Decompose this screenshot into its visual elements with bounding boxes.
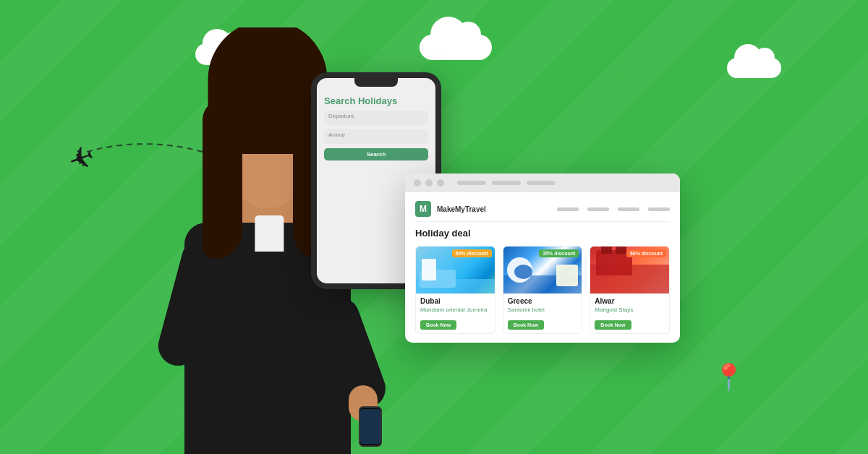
browser-header: M MakeMyTravel — [415, 201, 670, 222]
book-now-dubai[interactable]: Book Now — [420, 320, 456, 330]
discount-badge-alwar: 60% discount — [626, 249, 666, 257]
browser-nav-bar-3 — [527, 181, 556, 185]
browser-nav-links — [557, 207, 670, 211]
browser-topbar — [405, 174, 680, 192]
deal-hotel-greece: Santorini hotel — [508, 307, 578, 313]
cloud-decoration-3 — [727, 58, 781, 78]
deal-image-greece: 35% discount — [503, 247, 582, 294]
deal-city-dubai: Dubai — [420, 297, 490, 305]
deal-info-greece: Greece Santorini hotel Book Now — [503, 294, 582, 333]
book-now-alwar[interactable]: Book Now — [595, 320, 631, 330]
nav-link-1[interactable] — [557, 207, 579, 211]
brand-logo: M — [415, 201, 431, 217]
browser-nav-bar-2 — [492, 181, 521, 185]
deal-card-greece: 35% discount Greece Santorini hotel Book… — [503, 246, 583, 334]
deal-info-alwar: Alwar Marigold Stays Book Now — [590, 294, 669, 333]
search-button[interactable]: Search — [324, 148, 428, 160]
deals-grid: 60% discount Dubai Mandarin oriental Jum… — [415, 246, 670, 334]
phone-app-title: Search Holidays — [324, 95, 428, 106]
arrival-field[interactable]: Arrival — [324, 129, 428, 144]
browser-dot-3 — [437, 179, 444, 187]
browser-nav-bar-1 — [457, 181, 486, 185]
deal-hotel-alwar: Marigold Stays — [595, 307, 665, 313]
discount-badge-dubai: 60% discount — [452, 249, 492, 257]
location-pin-icon: 📍 — [712, 362, 745, 393]
deal-image-dubai: 60% discount — [416, 247, 495, 294]
browser-dot-1 — [414, 179, 421, 187]
phone-notch — [354, 78, 398, 87]
deal-info-dubai: Dubai Mandarin oriental Jumeira Book Now — [416, 294, 495, 333]
cloud-decoration-2 — [420, 35, 492, 60]
book-now-greece[interactable]: Book Now — [508, 320, 544, 330]
deal-hotel-dubai: Mandarin oriental Jumeira — [420, 307, 490, 313]
nav-link-4[interactable] — [648, 207, 670, 211]
deal-city-alwar: Alwar — [595, 297, 665, 305]
brand-name: MakeMyTravel — [437, 205, 486, 213]
discount-badge-greece: 35% discount — [539, 249, 579, 257]
section-title: Holiday deal — [415, 228, 670, 239]
browser-nav-bars — [457, 181, 556, 185]
departure-field[interactable]: Departure — [324, 111, 428, 125]
deal-card-alwar: 60% discount Alwar Marigold Stays Book N… — [590, 246, 670, 334]
browser-dot-2 — [425, 179, 433, 187]
deal-image-alwar: 60% discount — [590, 247, 669, 294]
browser-mockup: M MakeMyTravel Holiday deal 60% discount — [405, 174, 680, 343]
browser-content: M MakeMyTravel Holiday deal 60% discount — [405, 192, 680, 343]
nav-link-3[interactable] — [618, 207, 639, 211]
deal-card-dubai: 60% discount Dubai Mandarin oriental Jum… — [415, 246, 495, 334]
deal-city-greece: Greece — [508, 297, 578, 305]
nav-link-2[interactable] — [587, 207, 609, 211]
